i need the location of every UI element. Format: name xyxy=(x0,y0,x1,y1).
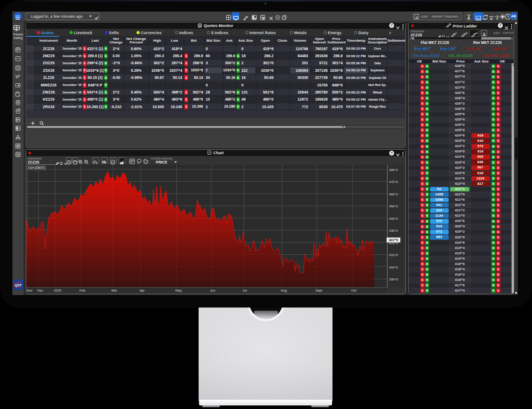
svg-text:D: D xyxy=(68,161,70,164)
svg-text:QST: QST xyxy=(15,283,22,287)
svg-text:A: A xyxy=(490,17,492,20)
svg-text:?: ? xyxy=(507,15,509,19)
svg-text:B: B xyxy=(16,74,17,77)
